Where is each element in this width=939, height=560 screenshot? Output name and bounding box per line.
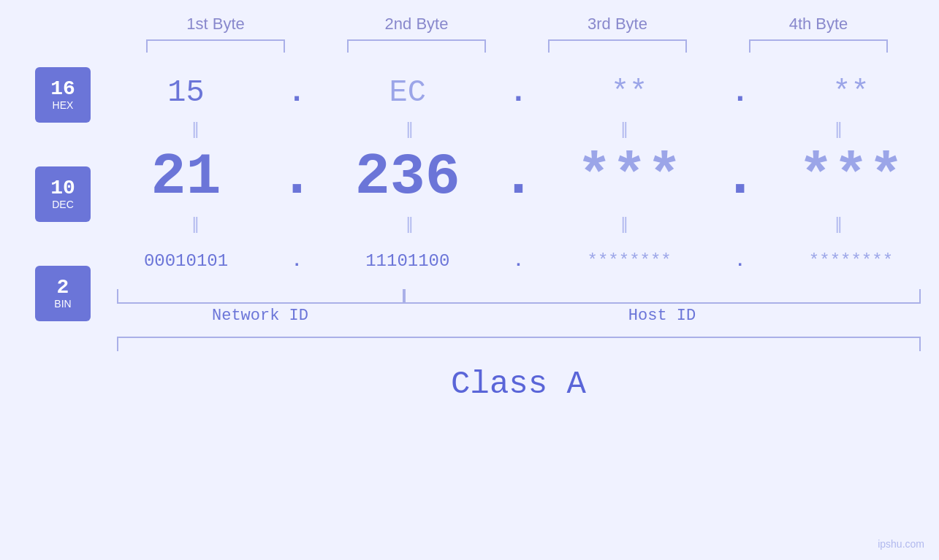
hex-row: 15 . EC . ** . ** [117, 67, 921, 118]
hex-badge-num: 16 [50, 79, 75, 99]
bin-byte2: 11101100 [338, 251, 477, 271]
eq1: ‖ [117, 120, 278, 139]
class-label: Class A [451, 366, 586, 402]
byte4-header: 4th Byte [738, 15, 899, 34]
bottom-brackets [117, 289, 921, 304]
eq5: ‖ [117, 215, 278, 234]
bin-byte4: ******** [781, 251, 920, 271]
bin-badge-base: BIN [54, 298, 71, 310]
byte3-header: 3rd Byte [537, 15, 698, 34]
hex-byte2: EC [338, 75, 477, 110]
bin-row: 00010101 . 11101100 . ******** . *******… [117, 235, 921, 286]
hex-badge: 16 HEX [35, 67, 91, 123]
dec-dot1: . [279, 144, 314, 210]
network-id-label: Network ID [117, 307, 404, 325]
bracket-byte1 [146, 39, 285, 53]
bin-dot3: . [735, 251, 745, 271]
eq4: ‖ [759, 120, 920, 139]
hex-dot2: . [509, 75, 528, 110]
main-container: 1st Byte 2nd Byte 3rd Byte 4th Byte 16 H… [0, 0, 939, 560]
eq8: ‖ [759, 215, 920, 234]
bin-byte1: 00010101 [117, 251, 256, 271]
dec-badge: 10 DEC [35, 166, 91, 222]
bin-dot1: . [292, 251, 302, 271]
dec-dot3: . [723, 144, 758, 210]
eq7: ‖ [545, 215, 706, 234]
dec-dot2: . [501, 144, 536, 210]
bin-badge-num: 2 [57, 277, 69, 298]
hex-dot3: . [731, 75, 749, 110]
dec-byte2: 236 [338, 144, 477, 210]
bin-byte3: ******** [560, 251, 699, 271]
class-bracket [117, 337, 921, 351]
dec-byte3: *** [560, 144, 699, 210]
eq-row-1: ‖ ‖ ‖ ‖ [117, 118, 921, 140]
host-bracket [404, 289, 921, 304]
dec-byte4: *** [781, 144, 920, 210]
main-data-area: 16 HEX 10 DEC 2 BIN 15 . EC . ** . ** [0, 60, 939, 402]
bracket-byte3 [548, 39, 687, 53]
eq-row-2: ‖ ‖ ‖ ‖ [117, 213, 921, 235]
dec-badge-base: DEC [52, 199, 74, 210]
bin-dot2: . [513, 251, 523, 271]
top-brackets-row [115, 39, 919, 53]
eq6: ‖ [331, 215, 492, 234]
bracket-byte4 [749, 39, 888, 53]
data-section: 15 . EC . ** . ** ‖ ‖ ‖ ‖ 21 . 236 . [98, 60, 939, 402]
host-id-label: Host ID [404, 307, 921, 325]
hex-byte4: ** [781, 75, 920, 110]
bin-badge: 2 BIN [35, 266, 91, 321]
byte2-header: 2nd Byte [336, 15, 497, 34]
bottom-labels: Network ID Host ID [117, 307, 921, 325]
hex-byte1: 15 [117, 75, 256, 110]
hex-byte3: ** [560, 75, 699, 110]
dec-byte1: 21 [117, 144, 256, 210]
hex-badge-base: HEX [53, 99, 74, 111]
base-labels-col: 16 HEX 10 DEC 2 BIN [0, 67, 91, 321]
dec-row: 21 . 236 . *** . *** [117, 140, 921, 213]
eq3: ‖ [545, 120, 706, 139]
network-bracket [117, 289, 404, 304]
bracket-byte2 [347, 39, 486, 53]
dec-badge-num: 10 [50, 178, 75, 199]
watermark: ipshu.com [878, 538, 924, 550]
eq2: ‖ [331, 120, 492, 139]
hex-dot1: . [288, 75, 306, 110]
byte-headers: 1st Byte 2nd Byte 3rd Byte 4th Byte [115, 15, 919, 34]
byte1-header: 1st Byte [135, 15, 296, 34]
